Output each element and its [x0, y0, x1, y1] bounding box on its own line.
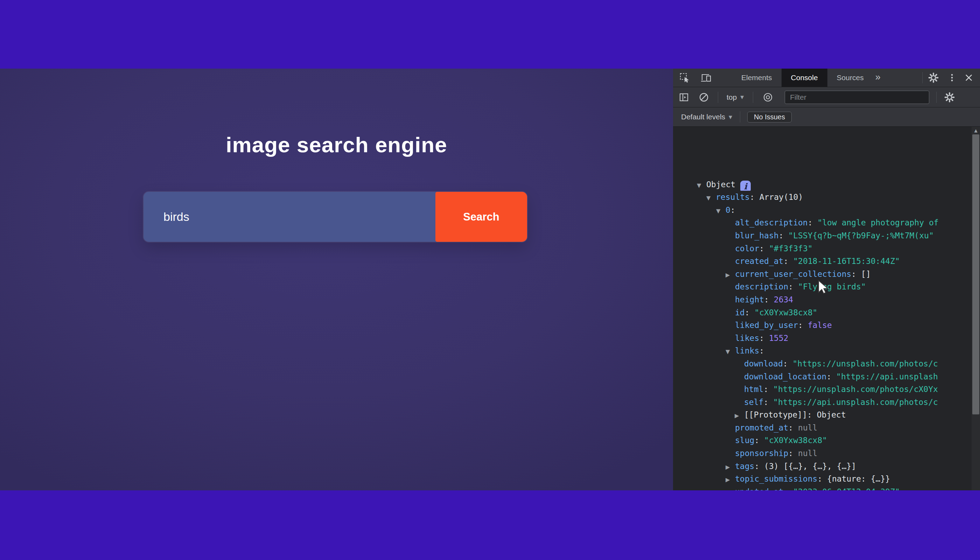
console-row: slug: "cX0Yxw38cx8" [673, 434, 972, 447]
colon: : [783, 359, 793, 368]
log-levels-selector[interactable]: Default levels ▼ [681, 113, 732, 121]
console-row[interactable]: ▼results: Array(10) [673, 191, 972, 204]
colon: : [808, 218, 818, 227]
scrollbar-thumb[interactable] [972, 134, 979, 414]
kebab-menu-icon[interactable] [948, 72, 956, 83]
search-button[interactable]: Search [435, 192, 527, 242]
tab-elements[interactable]: Elements [732, 68, 782, 87]
console-scrollbar[interactable]: ▲ [972, 127, 980, 490]
property-value: "2018-11-16T15:30:44Z" [793, 257, 900, 266]
console-row: alt_description: "low angle photography … [673, 216, 972, 229]
console-row[interactable]: ▼Objecti [673, 178, 972, 191]
settings-gear-icon[interactable] [928, 72, 939, 83]
live-expression-eye-icon[interactable] [762, 92, 774, 103]
console-row: sponsorship: null [673, 447, 972, 460]
console-row: updated_at: "2023-06-04T12:04:39Z" [673, 485, 972, 490]
tree-collapsed-icon[interactable]: ▶ [725, 269, 735, 281]
property-value: "Flying birds" [798, 282, 866, 291]
console-row: description: "Flying birds" [673, 280, 972, 293]
tree-expanded-icon[interactable]: ▼ [725, 345, 735, 357]
colon: : [783, 487, 793, 490]
property-key: topic_submissions [735, 474, 817, 483]
console-row[interactable]: ▶tags: (3) [{…}, {…}, {…}] [673, 460, 972, 473]
property-value: Array(10) [760, 192, 803, 202]
console-settings-gear-icon[interactable] [943, 92, 955, 103]
colon: : [759, 244, 769, 253]
search-input[interactable] [143, 192, 435, 242]
screen-capture: image search engine Search Elem [0, 68, 980, 490]
tab-console[interactable]: Console [782, 68, 827, 87]
console-rows: ▼Objecti▼results: Array(10)▼0: alt_descr… [673, 178, 972, 490]
property-value: [] [861, 270, 871, 278]
property-key: download [744, 359, 783, 368]
tab-sources[interactable]: Sources [827, 68, 873, 87]
colon: : [807, 410, 817, 419]
property-value: "https://api.unsplash [836, 372, 938, 381]
console-row[interactable]: ▼links: [673, 344, 972, 357]
property-value: "low angle photography of [817, 218, 938, 227]
property-key: likes [735, 333, 759, 343]
property-key: updated_at [735, 487, 783, 490]
no-issues-button[interactable]: No Issues [747, 112, 792, 122]
colon: : [788, 423, 798, 432]
close-devtools-icon[interactable] [964, 73, 974, 83]
console-log: script.js:19 ▼Objecti▼results: Array(10)… [673, 127, 980, 490]
property-key: slug [735, 436, 754, 445]
console-row: blur_hash: "LSSY{q?b~qM{?b9Fay-;%Mt7M(xu… [673, 229, 972, 242]
property-key: tags [735, 462, 754, 471]
colon: : [745, 308, 755, 317]
console-levels-bar: Default levels ▼ No Issues [673, 107, 980, 127]
scroll-up-icon[interactable]: ▲ [972, 128, 980, 133]
colon: : [750, 192, 760, 202]
tree-collapsed-icon[interactable]: ▶ [735, 410, 744, 422]
inspect-element-icon[interactable] [679, 72, 690, 83]
colon: : [759, 333, 769, 343]
property-value: "LSSY{q?b~qM{?b9Fay-;%Mt7M(xu" [788, 231, 933, 240]
console-row[interactable]: ▼0: [673, 204, 972, 217]
console-row[interactable]: ▶current_user_collections: [] [673, 268, 972, 281]
colon: : [788, 282, 798, 291]
property-key: alt_description [735, 218, 808, 227]
property-value: "cX0Yxw38cx8" [764, 436, 827, 445]
property-value: {nature: {…}} [827, 474, 890, 483]
console-row: html: "https://unsplash.com/photos/cX0Yx [673, 383, 972, 396]
tree-collapsed-icon[interactable]: ▶ [725, 461, 735, 473]
console-sidebar-icon[interactable] [678, 92, 689, 103]
object-label: Object [706, 180, 735, 189]
colon: : [763, 398, 773, 407]
console-row[interactable]: ▶topic_submissions: {nature: {…}} [673, 472, 972, 485]
property-key: current_user_collections [735, 270, 851, 278]
console-row: height: 2634 [673, 293, 972, 306]
colon: : [754, 462, 764, 471]
object-info-badge[interactable]: i [740, 181, 751, 191]
property-key: self [744, 398, 763, 407]
clear-console-icon[interactable] [698, 92, 710, 103]
chevron-down-icon: ▼ [729, 115, 732, 120]
tree-collapsed-icon[interactable]: ▶ [725, 473, 735, 485]
colon: : [764, 295, 774, 304]
console-row: self: "https://api.unsplash.com/photos/c [673, 396, 972, 409]
devtools-tabbar: Elements Console Sources » [673, 68, 980, 87]
tree-expanded-icon[interactable]: ▼ [716, 205, 725, 217]
colon: : [779, 231, 788, 240]
device-toolbar-icon[interactable] [700, 72, 712, 83]
more-tabs-icon[interactable]: » [875, 72, 881, 83]
property-value: "2023-06-04T12:04:39Z" [793, 487, 900, 490]
colon: : [730, 205, 740, 215]
colon: : [763, 385, 773, 394]
property-key: results [716, 192, 750, 202]
property-value: null [798, 423, 817, 432]
console-row[interactable]: ▶[[Prototype]]: Object [673, 408, 972, 422]
execution-context-selector[interactable]: top ▼ [727, 93, 744, 102]
tree-expanded-icon[interactable]: ▼ [706, 192, 716, 204]
console-filter-input[interactable] [785, 91, 929, 104]
property-key: created_at [735, 257, 783, 266]
tree-expanded-icon[interactable]: ▼ [697, 179, 706, 191]
console-row: promoted_at: null [673, 422, 972, 434]
colon: : [783, 257, 793, 266]
property-key: html [744, 385, 763, 394]
image-search-app: image search engine Search [0, 68, 673, 490]
console-row: id: "cX0Yxw38cx8" [673, 306, 972, 319]
colon: : [754, 436, 764, 445]
colon: : [827, 372, 836, 381]
